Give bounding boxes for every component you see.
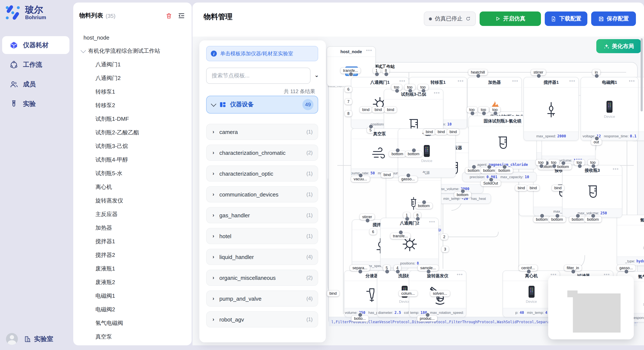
- user-avatar[interactable]: [6, 333, 18, 345]
- simulation-status-pill[interactable]: 仿真已停止: [424, 11, 476, 26]
- port-pill-top[interactable]: top: [391, 84, 402, 90]
- port-pill-8[interactable]: 8: [382, 68, 390, 74]
- trash-icon[interactable]: [166, 12, 172, 19]
- port-pill-6[interactable]: 6: [370, 229, 377, 235]
- template-item-camera[interactable]: ›camera(1): [206, 124, 318, 140]
- tree-item[interactable]: 试剂瓶2-乙酸乙酯: [73, 126, 192, 140]
- tree-item[interactable]: 电磁阀1: [73, 289, 192, 303]
- port-pill-top[interactable]: top: [574, 160, 584, 166]
- port-pill-top[interactable]: top: [478, 107, 488, 113]
- port-pill-bottom[interactable]: bottom: [415, 203, 432, 209]
- port-pill-heatchill[interactable]: heatchill: [468, 69, 488, 75]
- port-pill-bind[interactable]: bind: [327, 291, 339, 296]
- port-pill-botto[interactable]: botto...: [352, 316, 368, 322]
- sidebar-item-experiments[interactable]: 实验: [2, 95, 70, 113]
- port-pill-sample[interactable]: sample...: [418, 265, 438, 271]
- canvas-vertical-scrollbar[interactable]: [640, 38, 643, 111]
- port-pill-1[interactable]: 1: [373, 68, 380, 74]
- port-pill-transfe[interactable]: transfe...: [340, 68, 360, 74]
- sidebar-item-instruments[interactable]: 仪器耗材: [2, 36, 70, 54]
- template-item-gas_handler[interactable]: ›gas_handler(1): [206, 207, 318, 223]
- start-simulation-button[interactable]: 开启仿真: [480, 11, 541, 26]
- port-pill-4[interactable]: 4: [394, 265, 401, 271]
- port-pill-bottom[interactable]: bottom: [496, 168, 512, 174]
- node-recv3[interactable]: 接收瓶3•••max_volume:250: [562, 165, 622, 218]
- port-pill-bind[interactable]: bind: [372, 107, 384, 113]
- port-pill-bind[interactable]: bind: [527, 185, 540, 191]
- port-pill-transfe[interactable]: transfe...: [390, 233, 410, 239]
- port-pill-top[interactable]: top: [404, 84, 415, 90]
- node-sv1[interactable]: 电磁阀1•••Devicevoltage:12response_time:0.1: [580, 77, 638, 141]
- node-menu-icon[interactable]: •••: [399, 78, 406, 83]
- port-pill-out[interactable]: out: [591, 139, 602, 145]
- collapse-list-icon[interactable]: [178, 12, 185, 19]
- port-pill-6[interactable]: 6: [345, 86, 352, 92]
- tree-item[interactable]: 转移泵2: [73, 99, 192, 112]
- tree-item[interactable]: 离心机: [73, 180, 192, 194]
- tree-item[interactable]: 真空泵: [73, 330, 192, 344]
- category-instruments[interactable]: 仪器设备 49: [206, 96, 318, 114]
- minimap[interactable]: [548, 276, 634, 339]
- port-pill-produc[interactable]: produc...: [417, 316, 437, 322]
- tree-item[interactable]: 搅拌器1: [73, 235, 192, 248]
- port-pill-filter_in[interactable]: filter_in: [564, 265, 582, 271]
- port-pill-bind[interactable]: bind: [435, 129, 448, 135]
- port-pill-bind[interactable]: bind: [552, 185, 564, 191]
- port-pill-stirrer[interactable]: stirrer: [360, 214, 374, 220]
- port-pill-bind[interactable]: bind: [423, 129, 436, 135]
- port-pill-bind[interactable]: bind: [515, 185, 528, 191]
- port-pill-bottom[interactable]: bottom: [533, 216, 550, 222]
- template-item-organic_miscellaneous[interactable]: ›organic_miscellaneous(2): [206, 270, 318, 286]
- save-config-button[interactable]: 保存配置: [591, 11, 636, 26]
- port-pill-7[interactable]: 7: [345, 99, 352, 105]
- node-menu-icon[interactable]: •••: [512, 78, 518, 83]
- port-pill-gasso[interactable]: gasso...: [617, 265, 635, 271]
- sidebar-item-workflow[interactable]: 工作流: [2, 56, 70, 74]
- tree-item[interactable]: 主反应器: [73, 207, 192, 221]
- port-pill-top[interactable]: top: [548, 160, 559, 166]
- port-pill-1[interactable]: 1: [403, 212, 410, 218]
- port-pill-bottom[interactable]: bottom: [465, 168, 482, 174]
- tree-item[interactable]: 氢气电磁阀: [73, 316, 192, 330]
- beautify-layout-button[interactable]: 美化布局: [596, 39, 641, 53]
- tree-item[interactable]: 八通阀门2: [73, 71, 192, 85]
- port-pill-bottom[interactable]: bottom: [454, 192, 471, 198]
- port-pill-top[interactable]: top: [536, 160, 546, 166]
- port-pill-top[interactable]: top: [588, 160, 598, 166]
- port-pill-2[interactable]: 2: [440, 234, 448, 240]
- port-pill-bottom[interactable]: bottom: [569, 216, 586, 222]
- tree-item[interactable]: 试剂瓶1-DMF: [73, 112, 192, 126]
- node-menu-icon[interactable]: •••: [569, 78, 576, 83]
- node-menu-icon[interactable]: •••: [613, 166, 619, 172]
- tree-item[interactable]: 废液瓶2: [73, 276, 192, 289]
- panel-collapse-chevron-icon[interactable]: ⌄: [314, 72, 319, 78]
- port-pill-top[interactable]: top: [418, 84, 428, 90]
- port-pill-bottom[interactable]: bottom: [548, 216, 566, 222]
- tree-item-host-node[interactable]: host_node: [73, 31, 192, 44]
- template-item-pump_and_valve[interactable]: ›pump_and_valve(4): [206, 291, 318, 307]
- port-pill-5[interactable]: 5: [383, 265, 390, 271]
- template-item-characterization_chromatic[interactable]: ›characterization_chromatic(2): [206, 145, 318, 161]
- search-input[interactable]: 搜索节点模板...: [206, 68, 310, 84]
- tree-item[interactable]: 搅拌器2: [73, 248, 192, 262]
- node-h2_source[interactable]: 氢气气源•••Device_type:hydrogenmax_pre: [617, 215, 644, 266]
- port-pill-colum[interactable]: colum...: [399, 291, 417, 296]
- template-item-hotel[interactable]: ›hotel(1): [206, 228, 318, 244]
- template-item-robot_agv[interactable]: ›robot_agv(1): [206, 311, 318, 328]
- tree-item[interactable]: 电磁阀2: [73, 303, 192, 316]
- port-pill-bottom[interactable]: bottom: [584, 216, 601, 222]
- node-stirrer1[interactable]: 搅拌器1•••max_speed:2000: [524, 77, 579, 141]
- node-menu-icon[interactable]: •••: [457, 272, 463, 277]
- port-pill-bind[interactable]: bind: [447, 129, 459, 135]
- tree-item[interactable]: 废液瓶1: [73, 262, 192, 276]
- node-valve2[interactable]: 八通阀门2•••positions:8: [380, 218, 439, 268]
- port-pill-8[interactable]: 8: [345, 111, 352, 117]
- port-pill-bottom[interactable]: bottom: [405, 151, 422, 157]
- port-pill-top[interactable]: top: [466, 107, 477, 113]
- node-menu-icon[interactable]: •••: [629, 78, 635, 83]
- port-pill-separa[interactable]: separa...: [350, 265, 370, 271]
- refresh-icon[interactable]: [466, 16, 471, 21]
- template-item-characterization_optic[interactable]: ›characterization_optic(1): [206, 166, 318, 181]
- node-menu-icon[interactable]: •••: [458, 78, 464, 83]
- port-pill-vacuu[interactable]: vacuu...: [351, 176, 370, 182]
